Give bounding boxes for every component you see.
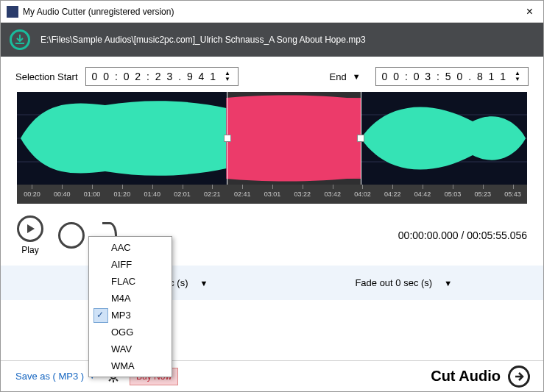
ruler-tick: [152, 185, 153, 189]
ruler-label: 02:21: [204, 190, 221, 198]
time-ruler: 00:2000:4001:0001:2001:4002:0102:2102:41…: [17, 185, 527, 204]
fade-out-control[interactable]: Fade out 0 sec (s) ▼: [355, 277, 452, 288]
ruler-tick: [453, 185, 453, 189]
ruler-tick: [242, 185, 243, 189]
titlebar: My Audio Cutter (unregistered version) ×: [1, 1, 543, 23]
ruler-label: 01:40: [144, 190, 160, 198]
selection-handle-right[interactable]: [357, 135, 364, 142]
format-option-wav[interactable]: WAV: [91, 341, 170, 357]
ruler-tick: [303, 185, 303, 189]
ruler-label: 04:42: [414, 190, 431, 198]
file-bar: E:\Files\Sample Audios\[music2pc.com]_Ul…: [1, 23, 543, 57]
control-button-2[interactable]: [58, 222, 85, 249]
ruler-tick: [333, 185, 333, 189]
download-icon[interactable]: [10, 29, 30, 50]
start-spinner[interactable]: ▲▼: [225, 71, 232, 82]
end-spinner[interactable]: ▲▼: [515, 71, 522, 82]
svg-line-11: [109, 379, 111, 381]
cut-audio-button[interactable]: Cut Audio: [431, 366, 530, 388]
ruler-label: 05:03: [445, 190, 462, 198]
ruler-label: 04:22: [384, 190, 401, 198]
close-button[interactable]: ×: [522, 5, 537, 18]
selection-end-input[interactable]: 0 0 : 0 3 : 5 0 . 8 1 1 ▲▼: [375, 67, 529, 86]
ruler-label: 01:00: [84, 190, 101, 198]
time-display: 00:00:00.000 / 00:05:55.056: [398, 229, 527, 241]
ruler-label: 02:41: [234, 190, 251, 198]
save-as-label: Save as ( MP3 ): [15, 371, 84, 382]
ruler-label: 05:43: [504, 190, 521, 198]
ruler-tick: [513, 185, 514, 189]
cut-audio-label: Cut Audio: [431, 368, 501, 385]
waveform-area: 00:2000:4001:0001:2001:4002:0102:2102:41…: [17, 92, 527, 204]
ruler-label: 03:42: [324, 190, 341, 198]
format-option-mp3[interactable]: MP3: [91, 307, 170, 324]
format-menu[interactable]: AACAIFFFLACM4AMP3OGGWAVWMA: [88, 236, 172, 377]
ruler-tick: [183, 185, 183, 189]
ruler-label: 03:22: [294, 190, 311, 198]
end-mode-dropdown[interactable]: ▼: [353, 72, 361, 81]
format-option-m4a[interactable]: M4A: [91, 290, 170, 307]
ruler-label: 04:02: [354, 190, 371, 198]
selection-region[interactable]: [227, 92, 361, 185]
ruler-tick: [392, 185, 393, 189]
ruler-tick: [92, 185, 93, 189]
selection-end-label: End: [330, 71, 347, 82]
play-label: Play: [21, 245, 38, 255]
controls-row: Play 00:00:00.000 / 00:05:55.056: [1, 204, 543, 260]
save-as-dropdown[interactable]: Save as ( MP3 ) ▼: [15, 371, 96, 382]
selection-row: Selection Start 0 0 : 0 2 : 2 3 . 9 4 1 …: [1, 57, 543, 92]
selection-start-input[interactable]: 0 0 : 0 2 : 2 3 . 9 4 1 ▲▼: [85, 67, 239, 86]
fade-row: ec (s) ▼ Fade out 0 sec (s) ▼: [1, 266, 543, 300]
ruler-tick: [32, 185, 32, 189]
selection-start-value[interactable]: 0 0 : 0 2 : 2 3 . 9 4 1: [92, 71, 218, 82]
ruler-tick: [62, 185, 63, 189]
selection-handle-left[interactable]: [224, 135, 231, 142]
selection-start-label: Selection Start: [15, 71, 78, 82]
fade-in-caret[interactable]: ▼: [200, 279, 208, 288]
ruler-tick: [272, 185, 273, 189]
ruler-label: 03:01: [264, 190, 281, 198]
ruler-tick: [423, 185, 423, 189]
format-option-aac[interactable]: AAC: [91, 239, 170, 256]
format-option-wma[interactable]: WMA: [91, 357, 170, 374]
arrow-right-icon: [508, 366, 530, 388]
ruler-label: 05:23: [474, 190, 491, 198]
ruler-label: 00:20: [24, 190, 40, 198]
ruler-tick: [362, 185, 363, 189]
selection-end-value[interactable]: 0 0 : 0 3 : 5 0 . 8 1 1: [382, 71, 508, 82]
waveform-canvas[interactable]: [17, 92, 527, 185]
ruler-tick: [212, 185, 213, 189]
play-button[interactable]: [17, 215, 43, 242]
ruler-tick: [122, 185, 123, 189]
ruler-label: 00:40: [54, 190, 71, 198]
ruler-label: 01:20: [114, 190, 131, 198]
window-title: My Audio Cutter (unregistered version): [23, 7, 174, 17]
app-icon: [7, 6, 18, 18]
fade-out-caret[interactable]: ▼: [444, 279, 452, 288]
format-option-ogg[interactable]: OGG: [91, 324, 170, 341]
file-path: E:\Files\Sample Audios\[music2pc.com]_Ul…: [40, 35, 366, 45]
ruler-label: 02:01: [174, 190, 191, 198]
format-option-aiff[interactable]: AIFF: [91, 256, 170, 273]
svg-line-10: [116, 379, 119, 381]
format-option-flac[interactable]: FLAC: [91, 273, 170, 290]
fade-out-label: Fade out 0 sec (s): [355, 277, 432, 288]
bottom-bar: Save as ( MP3 ) ▼ Buy Now Cut Audio: [1, 360, 543, 391]
ruler-tick: [483, 185, 484, 189]
